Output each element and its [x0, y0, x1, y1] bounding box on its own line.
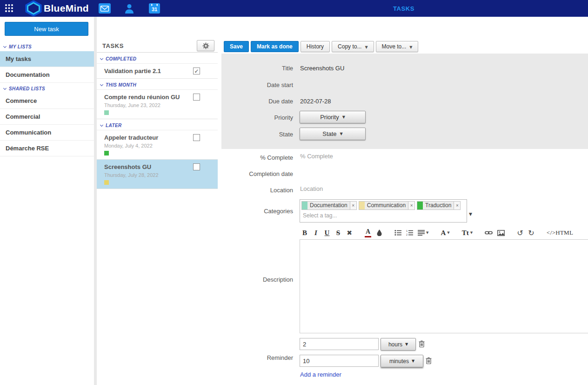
due-date-value[interactable]: 2022-07-28	[300, 98, 331, 105]
reminder-unit-label: hours	[388, 341, 402, 348]
percent-complete-input[interactable]	[300, 153, 402, 160]
insert-link-button[interactable]	[485, 228, 493, 237]
insert-image-button[interactable]	[497, 228, 505, 237]
highlight-color-button[interactable]	[376, 228, 382, 237]
strikethrough-button[interactable]: S	[335, 228, 341, 237]
location-input[interactable]	[300, 185, 402, 192]
categories-label: Categories	[218, 208, 293, 215]
topbar: BlueMind 31 TASKS	[0, 0, 588, 17]
remove-tag-icon[interactable]: ×	[454, 202, 460, 209]
description-editor-area[interactable]	[300, 239, 588, 333]
add-reminder-link[interactable]: Add a reminder	[300, 371, 341, 378]
remove-tag-icon[interactable]: ×	[350, 202, 356, 209]
task-row-validation[interactable]: Validation partie 2.1 ✓	[97, 64, 218, 79]
sidebar-item-documentation[interactable]: Documentation	[0, 67, 94, 83]
group-label: COMPLETED	[106, 56, 136, 61]
categories-dropdown-icon[interactable]: ▼	[469, 212, 472, 216]
state-dropdown-label: State	[322, 130, 336, 137]
mail-icon[interactable]	[99, 3, 111, 14]
reminder-value-input[interactable]	[300, 355, 379, 367]
reminder-value-input[interactable]	[300, 338, 379, 350]
title-value[interactable]: Screenshots GU	[300, 65, 344, 72]
state-label: State	[218, 131, 293, 138]
chevron-down-icon	[100, 82, 103, 86]
categories-tag-input[interactable]: Documentation × Communication × Traducti…	[300, 199, 467, 223]
font-size-button[interactable]: Tt ▼	[462, 228, 473, 237]
copy-to-label: Copy to...	[338, 43, 361, 50]
chevron-down-icon	[100, 123, 103, 126]
chevron-down-icon: ▼	[365, 45, 368, 49]
reminder-unit-dropdown[interactable]: hours▼	[381, 338, 416, 351]
page-title: TASKS	[393, 5, 414, 12]
chevron-down-icon	[3, 44, 7, 47]
task-checkbox[interactable]	[193, 163, 200, 170]
group-this-month[interactable]: THIS MONTH	[97, 79, 218, 90]
numbered-list-button[interactable]: 1 2	[406, 228, 413, 237]
italic-button[interactable]: I	[313, 228, 319, 237]
contacts-icon[interactable]	[124, 3, 134, 14]
link-icon	[485, 230, 493, 236]
priority-dropdown[interactable]: Priority▼	[300, 111, 366, 123]
delete-reminder-button[interactable]	[426, 357, 432, 366]
list-settings-button[interactable]	[197, 40, 214, 51]
sidebar-item-commercial[interactable]: Commercial	[0, 109, 94, 125]
reminder-unit-dropdown[interactable]: minutes▼	[381, 355, 423, 367]
save-button[interactable]: Save	[224, 41, 249, 52]
tag-chip-documentation[interactable]: Documentation ×	[301, 201, 357, 210]
tag-label: Traduction	[423, 202, 454, 209]
sidebar-item-demarche-rse[interactable]: Démarche RSE	[0, 141, 94, 156]
state-dropdown[interactable]: State▼	[300, 128, 366, 140]
history-button[interactable]: History	[301, 41, 330, 52]
task-list-panel: TASKS COMPLETED Validation partie 2.1 ✓	[97, 17, 218, 385]
task-list-title: TASKS	[102, 42, 124, 49]
font-family-button[interactable]: A ▼	[441, 228, 449, 237]
clear-formatting-button[interactable]: ✖	[346, 228, 353, 237]
brand-name[interactable]: BlueMind	[44, 3, 89, 14]
delete-reminder-button[interactable]	[419, 340, 425, 350]
font-color-button[interactable]: A	[365, 228, 371, 237]
percent-complete-label: % Complete	[218, 154, 293, 161]
group-completed[interactable]: COMPLETED	[97, 53, 218, 64]
tag-color-swatch	[417, 202, 423, 209]
task-checkbox[interactable]	[193, 94, 200, 101]
bluemind-logo-icon[interactable]	[25, 0, 42, 16]
underline-button[interactable]: U	[324, 228, 330, 237]
section-shared-lists[interactable]: SHARED LISTS	[0, 83, 94, 93]
section-my-lists[interactable]: MY LISTS	[0, 41, 94, 51]
undo-button[interactable]: ↺	[517, 228, 523, 237]
task-row-appeler-traducteur[interactable]: Appeler traducteur Monday, July 4, 2022	[97, 130, 218, 160]
bold-button[interactable]: B	[301, 228, 308, 237]
tag-chip-traduction[interactable]: Traduction ×	[417, 201, 461, 210]
bullet-list-icon	[394, 230, 401, 236]
sidebar-item-communication[interactable]: Communication	[0, 125, 94, 141]
apps-grid-icon[interactable]	[5, 4, 13, 13]
task-row-screenshots-gu[interactable]: Screenshots GU Thursday, July 28, 2022	[97, 160, 218, 189]
mark-as-done-button[interactable]: Mark as done	[251, 41, 299, 52]
chevron-down-icon: ▼	[470, 231, 473, 235]
sidebar-item-commerce[interactable]: Commerce	[0, 93, 94, 109]
move-to-label: Move to...	[382, 43, 407, 50]
copy-to-button[interactable]: Copy to...▼	[332, 41, 374, 52]
new-task-button[interactable]: New task	[5, 22, 88, 36]
remove-tag-icon[interactable]: ×	[408, 202, 414, 209]
priority-label: Priority	[218, 114, 293, 121]
tag-chip-communication[interactable]: Communication ×	[359, 201, 415, 210]
task-title: Compte rendu réunion GU	[104, 94, 199, 101]
section-label: SHARED LISTS	[9, 86, 45, 91]
align-button[interactable]: ▼	[418, 228, 428, 237]
chevron-down-icon: ▼	[409, 45, 412, 49]
group-later[interactable]: LATER	[97, 119, 218, 130]
task-title: Validation partie 2.1	[104, 68, 199, 74]
move-to-button[interactable]: Move to...▼	[376, 41, 419, 52]
location-label: Location	[218, 187, 293, 194]
task-checkbox[interactable]: ✓	[193, 68, 200, 74]
html-source-button[interactable]: </>HTML	[547, 228, 573, 237]
bullet-list-button[interactable]	[394, 228, 401, 237]
calendar-icon[interactable]: 31	[149, 3, 160, 14]
task-checkbox[interactable]	[193, 134, 200, 141]
task-row-compte-rendu[interactable]: Compte rendu réunion GU Thursday, June 2…	[97, 90, 218, 119]
redo-button[interactable]: ↻	[528, 228, 535, 237]
reminder-unit-label: minutes	[389, 358, 409, 365]
group-label: THIS MONTH	[106, 82, 136, 88]
sidebar-item-my-tasks[interactable]: My tasks	[0, 51, 94, 67]
